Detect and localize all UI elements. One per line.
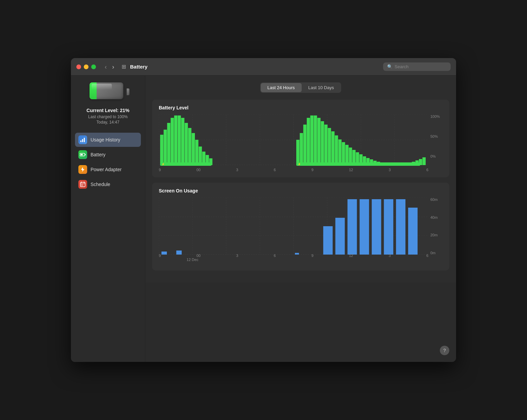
svg-rect-13 bbox=[81, 185, 82, 186]
screen-x-label-6b: 6 bbox=[426, 254, 428, 258]
svg-rect-11 bbox=[81, 184, 82, 185]
svg-rect-98 bbox=[384, 199, 393, 255]
svg-rect-43 bbox=[303, 125, 307, 165]
svg-rect-36 bbox=[195, 140, 199, 165]
sidebar-item-power-adapter[interactable]: Power Adapter bbox=[75, 162, 141, 177]
svg-rect-96 bbox=[360, 199, 369, 255]
search-input[interactable] bbox=[395, 64, 447, 69]
y-label-100: 100% bbox=[430, 114, 443, 119]
svg-rect-0 bbox=[80, 140, 81, 142]
tabs: Last 24 Hours Last 10 Days bbox=[260, 82, 342, 93]
x-label-00: 00 bbox=[196, 168, 200, 172]
battery-level-chart: Battery Level bbox=[152, 100, 449, 177]
svg-rect-42 bbox=[300, 133, 303, 165]
back-button[interactable]: ‹ bbox=[103, 63, 109, 71]
x-label-9a: 9 bbox=[159, 168, 161, 172]
svg-rect-4 bbox=[80, 154, 83, 155]
sidebar-item-usage-history[interactable]: Usage History bbox=[75, 133, 141, 147]
screen-x-label-9a: 9 bbox=[159, 254, 161, 258]
svg-rect-52 bbox=[335, 135, 338, 165]
sidebar-item-schedule[interactable]: Schedule bbox=[75, 177, 141, 191]
power-adapter-icon bbox=[78, 165, 87, 174]
svg-rect-29 bbox=[171, 118, 174, 165]
svg-rect-35 bbox=[192, 133, 195, 165]
svg-rect-45 bbox=[310, 115, 313, 165]
minimize-button[interactable] bbox=[84, 64, 89, 69]
svg-rect-31 bbox=[178, 115, 181, 165]
battery-label: Battery bbox=[91, 152, 105, 157]
svg-rect-50 bbox=[328, 128, 331, 165]
screen-y-40: 40m bbox=[430, 215, 443, 219]
svg-rect-12 bbox=[82, 184, 83, 185]
charge-time: Today, 14:47 bbox=[86, 120, 129, 125]
x-label-6a: 6 bbox=[274, 168, 276, 172]
battery-tip bbox=[127, 88, 129, 95]
y-label-50: 50% bbox=[430, 134, 443, 138]
tab-last24[interactable]: Last 24 Hours bbox=[261, 83, 302, 92]
y-label-0: 0% bbox=[430, 154, 443, 158]
svg-rect-28 bbox=[167, 123, 171, 165]
svg-rect-44 bbox=[307, 118, 310, 165]
tab-last10[interactable]: Last 10 Days bbox=[302, 83, 341, 92]
svg-rect-48 bbox=[321, 121, 324, 165]
svg-rect-33 bbox=[185, 123, 188, 165]
schedule-icon bbox=[78, 180, 87, 189]
battery-shine bbox=[92, 84, 112, 90]
current-level: Current Level: 21% bbox=[86, 108, 129, 113]
traffic-lights bbox=[76, 64, 96, 69]
svg-rect-51 bbox=[331, 131, 335, 165]
close-button[interactable] bbox=[76, 64, 81, 69]
svg-rect-99 bbox=[396, 199, 405, 255]
svg-rect-41 bbox=[296, 140, 300, 165]
svg-rect-30 bbox=[174, 115, 177, 165]
battery-level-title: Battery Level bbox=[159, 105, 443, 110]
date-label: 12 Dec bbox=[186, 258, 198, 262]
sidebar-nav: Usage History Battery bbox=[71, 133, 145, 191]
power-adapter-label: Power Adapter bbox=[91, 167, 122, 172]
battery-body bbox=[90, 82, 123, 99]
screen-usage-chart: Screen On Usage bbox=[152, 183, 449, 270]
svg-rect-46 bbox=[314, 115, 317, 165]
x-label-6b: 6 bbox=[426, 168, 428, 172]
sidebar-item-battery[interactable]: Battery bbox=[75, 148, 141, 162]
svg-rect-94 bbox=[335, 218, 345, 255]
svg-rect-100 bbox=[408, 208, 418, 255]
help-button[interactable]: ? bbox=[440, 346, 449, 355]
schedule-label: Schedule bbox=[91, 182, 110, 187]
svg-rect-93 bbox=[323, 226, 333, 255]
svg-rect-32 bbox=[181, 118, 184, 165]
screen-y-0: 0m bbox=[430, 251, 443, 255]
grid-icon[interactable]: ⊞ bbox=[122, 63, 126, 70]
svg-rect-49 bbox=[324, 125, 328, 165]
battery-icon bbox=[78, 150, 87, 159]
nav-buttons: ‹ › bbox=[103, 63, 116, 71]
battery-visual bbox=[90, 82, 127, 101]
last-charged: Last charged to 100% bbox=[86, 114, 129, 119]
search-box[interactable]: 🔍 bbox=[383, 62, 451, 71]
screen-x-label-9b: 9 bbox=[311, 254, 313, 258]
screen-y-20: 20m bbox=[430, 233, 443, 237]
content-area: Last 24 Hours Last 10 Days Battery Level bbox=[145, 76, 456, 283]
screen-y-60: 60m bbox=[430, 198, 443, 202]
forward-button[interactable]: › bbox=[110, 63, 116, 71]
main-content: Current Level: 21% Last charged to 100% … bbox=[71, 76, 456, 362]
titlebar: ‹ › ⊞ Battery 🔍 bbox=[71, 58, 456, 76]
battery-icon-container bbox=[90, 82, 127, 101]
maximize-button[interactable] bbox=[91, 64, 96, 69]
window-title: Battery bbox=[130, 64, 383, 70]
svg-rect-5 bbox=[85, 154, 86, 155]
screen-x-label-3a: 3 bbox=[236, 254, 238, 258]
svg-rect-55 bbox=[345, 145, 349, 165]
svg-rect-14 bbox=[82, 185, 83, 186]
x-label-3a: 3 bbox=[236, 168, 238, 172]
svg-rect-27 bbox=[164, 130, 167, 165]
screen-x-label-3b: 3 bbox=[389, 254, 391, 258]
screen-x-label-6a: 6 bbox=[274, 254, 276, 258]
svg-rect-1 bbox=[82, 139, 83, 142]
tabs-container: Last 24 Hours Last 10 Days bbox=[152, 82, 449, 93]
x-label-9b: 9 bbox=[311, 168, 313, 172]
svg-marker-6 bbox=[81, 167, 84, 172]
sidebar: Current Level: 21% Last charged to 100% … bbox=[71, 76, 145, 362]
charging-indicator-2: ⚡ bbox=[296, 162, 420, 166]
screen-x-label-12: 12 bbox=[349, 254, 353, 258]
